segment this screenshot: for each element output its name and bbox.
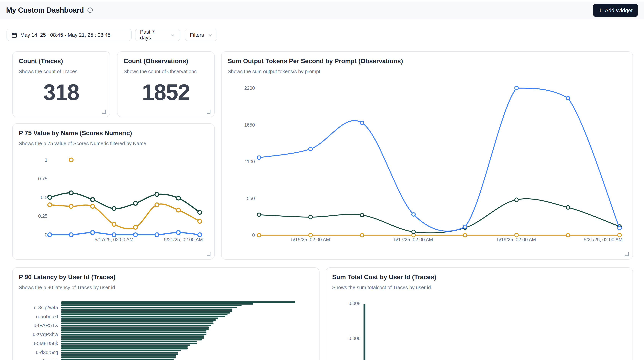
svg-text:u-8sq2w4a: u-8sq2w4a	[34, 305, 58, 310]
filters-button[interactable]: Filters	[185, 29, 217, 41]
svg-text:1650: 1650	[244, 122, 255, 128]
p75-line-chart[interactable]: 00.250.50.7515/17/25, 02:00 AM5/21/25, 0…	[19, 154, 209, 254]
plus-icon: +	[598, 7, 602, 13]
widget-subtitle: Shows the p 75 value of Scores Numeric f…	[19, 140, 208, 146]
svg-text:5/21/25, 02:00 AM: 5/21/25, 02:00 AM	[164, 237, 203, 242]
svg-text:1: 1	[45, 157, 48, 163]
svg-text:u-aobnuxf: u-aobnuxf	[36, 314, 58, 319]
date-preset-value: Past 7 days	[140, 29, 167, 41]
count-observations-value: 1852	[124, 74, 208, 111]
svg-text:0.75: 0.75	[38, 176, 48, 181]
svg-text:0.008: 0.008	[348, 301, 360, 306]
svg-text:0.006: 0.006	[348, 336, 360, 341]
svg-text:u-zVqP3hw: u-zVqP3hw	[33, 331, 58, 337]
resize-handle[interactable]	[207, 110, 210, 114]
widget-title: Count (Traces)	[19, 57, 104, 65]
cost-bar-chart[interactable]: 0.0080.006	[332, 295, 627, 360]
svg-text:0.25: 0.25	[38, 213, 48, 219]
svg-text:1100: 1100	[244, 159, 255, 164]
resize-handle[interactable]	[102, 110, 106, 114]
svg-text:2200: 2200	[244, 85, 255, 91]
widget-title: P 90 Latency by User Id (Traces)	[19, 273, 313, 281]
add-widget-label: Add Widget	[605, 7, 632, 13]
widget-title: Sum Total Cost by User Id (Traces)	[332, 273, 626, 281]
widget-subtitle: Shows the p 90 latency of Traces by user…	[19, 284, 313, 290]
widget-tokens-chart: Sum Output Tokens Per Second by Prompt (…	[221, 51, 633, 260]
svg-text:5/17/25, 02:00 AM: 5/17/25, 02:00 AM	[394, 237, 433, 242]
tokens-line-chart[interactable]: 05501100165022005/15/25, 02:00 AM5/17/25…	[228, 74, 627, 250]
widget-cost-chart: Sum Total Cost by User Id (Traces) Shows…	[326, 267, 633, 360]
calendar-icon	[12, 32, 17, 38]
resize-handle[interactable]	[207, 252, 210, 256]
svg-text:u-5M8D56k: u-5M8D56k	[32, 340, 58, 346]
chevron-down-icon	[208, 33, 212, 37]
widget-title: P 75 Value by Name (Scores Numeric)	[19, 129, 208, 137]
widget-p90-chart: P 90 Latency by User Id (Traces) Shows t…	[12, 267, 320, 360]
dashboard-page: My Custom Dashboard + Add Widget May 14,…	[0, 0, 644, 360]
widget-count-observations: Count (Observations) Shows the count of …	[117, 51, 215, 117]
svg-text:u-8fVa9T3: u-8fVa9T3	[36, 358, 58, 360]
svg-text:0.5: 0.5	[41, 195, 48, 200]
p90-bar-chart[interactable]: u-8sq2w4au-aobnuxfu-tFAR5TXu-zVqP3hwu-5M…	[19, 295, 314, 360]
svg-text:u-tFAR5TX: u-tFAR5TX	[34, 322, 58, 328]
page-title: My Custom Dashboard	[6, 6, 84, 14]
widget-count-traces: Count (Traces) Shows the count of Traces…	[12, 51, 110, 117]
widget-subtitle: Shows the sum output tokens/s by prompt	[228, 68, 626, 74]
svg-text:5/17/25, 02:00 AM: 5/17/25, 02:00 AM	[95, 237, 134, 242]
date-preset-select[interactable]: Past 7 days	[135, 29, 180, 41]
svg-text:0: 0	[252, 232, 255, 238]
widget-subtitle: Shows the count of Observations	[124, 68, 208, 74]
date-range-value: May 14, 25 : 08:45 - May 21, 25 : 08:45	[20, 32, 110, 38]
widget-title: Count (Observations)	[124, 57, 208, 65]
filters-label: Filters	[190, 32, 204, 38]
date-range-picker[interactable]: May 14, 25 : 08:45 - May 21, 25 : 08:45	[6, 29, 132, 41]
add-widget-button[interactable]: + Add Widget	[593, 4, 638, 17]
svg-text:5/19/25, 02:00 AM: 5/19/25, 02:00 AM	[497, 237, 536, 242]
info-icon[interactable]	[87, 7, 93, 13]
count-traces-value: 318	[19, 74, 104, 111]
svg-text:550: 550	[247, 196, 255, 201]
svg-text:u-d3qr5cg: u-d3qr5cg	[36, 349, 58, 355]
widget-subtitle: Shows the count of Traces	[19, 68, 104, 74]
svg-text:5/21/25, 02:00 AM: 5/21/25, 02:00 AM	[584, 237, 622, 242]
svg-text:5/15/25, 02:00 AM: 5/15/25, 02:00 AM	[291, 237, 330, 242]
widget-subtitle: Shows the sum totalcost of Traces by use…	[332, 284, 626, 290]
page-header: My Custom Dashboard + Add Widget	[0, 2, 644, 19]
widget-p75-chart: P 75 Value by Name (Scores Numeric) Show…	[12, 123, 215, 260]
chevron-down-icon	[171, 33, 175, 37]
resize-handle[interactable]	[625, 252, 629, 256]
widget-title: Sum Output Tokens Per Second by Prompt (…	[228, 57, 626, 65]
svg-text:0: 0	[45, 232, 48, 237]
